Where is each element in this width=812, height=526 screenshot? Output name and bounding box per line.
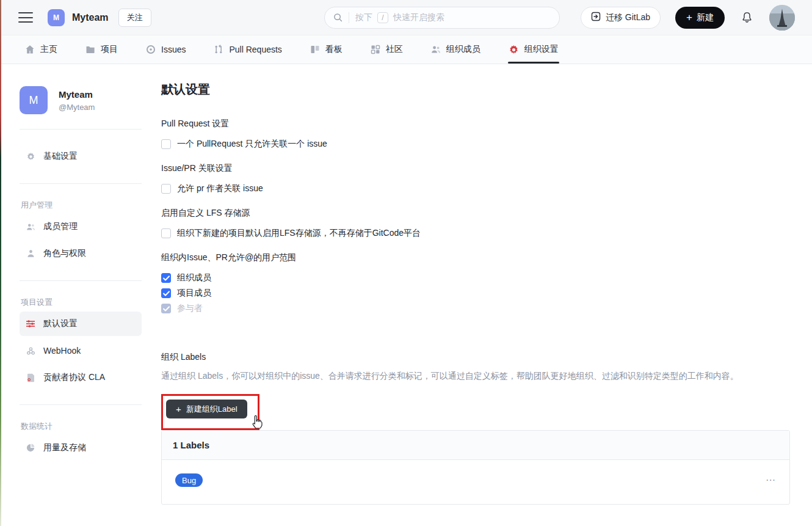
- gear-icon: [26, 152, 35, 161]
- divider: [20, 280, 142, 281]
- sidebar-item-label: 用量及存储: [43, 442, 86, 453]
- tab-label: 主页: [40, 44, 57, 55]
- divider: [20, 183, 142, 184]
- tab-community[interactable]: 社区: [357, 35, 417, 64]
- group-heading: 启用自定义 LFS 存储源: [161, 208, 790, 219]
- group-heading: Issue/PR 关联设置: [161, 163, 790, 174]
- top-bar: M Myteam 关注 按下 / 快速开启搜索 迁移 GitLab + 新建: [0, 0, 812, 35]
- cla-document-icon: [26, 373, 35, 382]
- group-heading: 组织内Issue、PR允许@的用户范围: [161, 252, 790, 263]
- tab-label: Issues: [161, 45, 186, 54]
- folder-icon: [85, 45, 95, 54]
- checkbox-lfs-default[interactable]: [161, 228, 171, 238]
- gitcode-org-settings-page: M Myteam 关注 按下 / 快速开启搜索 迁移 GitLab + 新建: [0, 0, 812, 526]
- labels-panel-header: 1 Labels: [162, 431, 789, 460]
- members-icon: [26, 222, 35, 232]
- notifications-bell-icon[interactable]: [741, 11, 753, 24]
- sidebar-item-cla[interactable]: 贡献者协议 CLA: [20, 365, 142, 390]
- tab-board[interactable]: 看板: [296, 35, 357, 64]
- checkbox-pr-author-link[interactable]: [161, 184, 171, 194]
- more-options-icon[interactable]: ⋯: [766, 475, 776, 485]
- org-nav-tabs: 主页 项目 Issues Pull Requests 看板 社区 组织成员 组: [0, 35, 812, 64]
- org-labels-section: 组织 Labels 通过组织 Labels，你可以对组织中的issue、合并请求…: [161, 352, 790, 505]
- checkbox-label: 项目成员: [177, 288, 211, 299]
- tab-pull-requests[interactable]: Pull Requests: [200, 35, 295, 64]
- sidebar-item-label: WebHook: [43, 346, 81, 356]
- label-chip-bug[interactable]: Bug: [175, 473, 203, 487]
- kanban-board-icon: [310, 45, 320, 54]
- pie-chart-icon: [26, 444, 35, 452]
- group-heading: Pull Request 设置: [161, 119, 790, 130]
- divider: [20, 404, 142, 405]
- settings-gear-icon: [509, 45, 519, 55]
- tab-label: Pull Requests: [229, 45, 281, 54]
- webhook-icon: [26, 346, 35, 356]
- issue-icon: [146, 45, 156, 54]
- person-icon: [26, 249, 35, 258]
- org-avatar-small[interactable]: M: [48, 9, 65, 26]
- option-row: 允许 pr 作者关联 issue: [161, 183, 790, 194]
- labels-description: 通过组织 Labels，你可以对组织中的issue、合并请求进行分类和标记，可以…: [161, 371, 790, 382]
- sidebar-item-label: 贡献者协议 CLA: [43, 372, 105, 383]
- checkbox-label: 允许 pr 作者关联 issue: [177, 183, 263, 194]
- tab-org-members[interactable]: 组织成员: [417, 35, 495, 64]
- pull-request-icon: [214, 45, 223, 54]
- plus-icon: +: [686, 12, 692, 23]
- sidebar-item-usage-storage[interactable]: 用量及存储: [20, 436, 142, 460]
- sliders-icon: [26, 320, 35, 328]
- checkbox-pr-single-issue[interactable]: [161, 139, 171, 149]
- migrate-label: 迁移 GitLab: [606, 12, 650, 23]
- pull-request-settings-group: Pull Request 设置 一个 PullRequest 只允许关联一个 i…: [161, 119, 790, 150]
- tab-org-settings[interactable]: 组织设置: [495, 35, 573, 64]
- checkbox-project-members[interactable]: [161, 288, 171, 298]
- sidebar-item-default-settings[interactable]: 默认设置: [20, 312, 142, 336]
- sidebar-item-label: 基础设置: [43, 151, 78, 162]
- sidebar-section-project-settings: 项目设置: [21, 297, 142, 308]
- search-icon: [333, 13, 343, 22]
- option-row: 组织成员: [161, 272, 790, 283]
- checkbox-label: 参与者: [177, 303, 203, 314]
- checkbox-org-members[interactable]: [161, 273, 171, 283]
- checkbox-label: 一个 PullRequest 只允许关联一个 issue: [177, 139, 327, 150]
- mouse-cursor-pointer: [250, 415, 264, 432]
- checkbox-label: 组织下新建的项目默认启用LFS存储源，不再存储于GitCode平台: [177, 228, 421, 239]
- migrate-gitlab-button[interactable]: 迁移 GitLab: [581, 7, 661, 29]
- plus-icon: +: [176, 404, 181, 414]
- screen-edge-artifact: [0, 0, 1, 526]
- tab-label: 项目: [101, 44, 118, 55]
- org-name[interactable]: Myteam: [72, 12, 109, 23]
- option-row: 参与者: [161, 303, 790, 314]
- tab-home[interactable]: 主页: [11, 35, 71, 64]
- label-row: Bug ⋯: [162, 460, 789, 504]
- divider: [20, 129, 142, 130]
- tab-projects[interactable]: 项目: [71, 35, 132, 64]
- option-row: 一个 PullRequest 只允许关联一个 issue: [161, 139, 790, 150]
- tab-issues[interactable]: Issues: [132, 35, 200, 64]
- new-button-label: 新建: [697, 12, 714, 23]
- sidebar-item-label: 默认设置: [43, 318, 78, 329]
- tab-label: 看板: [325, 44, 343, 55]
- community-grid-icon: [371, 45, 380, 54]
- migrate-icon: [591, 12, 601, 23]
- sidebar-item-member-management[interactable]: 成员管理: [20, 214, 142, 239]
- new-org-label-button-label: 新建组织Label: [186, 404, 237, 415]
- sidebar-item-roles-permissions[interactable]: 角色与权限: [20, 241, 142, 266]
- org-name: Myteam: [59, 89, 95, 100]
- slash-keycap: /: [377, 12, 388, 23]
- tab-label: 组织成员: [446, 44, 480, 55]
- org-handle: @Myteam: [59, 103, 95, 112]
- search-input[interactable]: 按下 / 快速开启搜索: [324, 7, 560, 29]
- user-avatar[interactable]: [769, 5, 795, 31]
- sidebar-item-base-settings[interactable]: 基础设置: [20, 144, 142, 169]
- option-row: 项目成员: [161, 288, 790, 299]
- sidebar-item-webhook[interactable]: WebHook: [20, 338, 142, 363]
- search-placeholder-prefix: 按下: [355, 12, 372, 23]
- settings-sidebar: M Myteam @Myteam 基础设置 用户管理 成员管理 角色与权限: [0, 64, 142, 505]
- follow-button[interactable]: 关注: [118, 9, 151, 27]
- hamburger-menu-icon[interactable]: [18, 12, 33, 23]
- issue-pr-link-group: Issue/PR 关联设置 允许 pr 作者关联 issue: [161, 163, 790, 194]
- new-org-label-button[interactable]: + 新建组织Label: [166, 400, 247, 418]
- new-button[interactable]: + 新建: [675, 7, 725, 29]
- tab-label: 组织设置: [524, 44, 559, 55]
- option-row: 组织下新建的项目默认启用LFS存储源，不再存储于GitCode平台: [161, 228, 790, 239]
